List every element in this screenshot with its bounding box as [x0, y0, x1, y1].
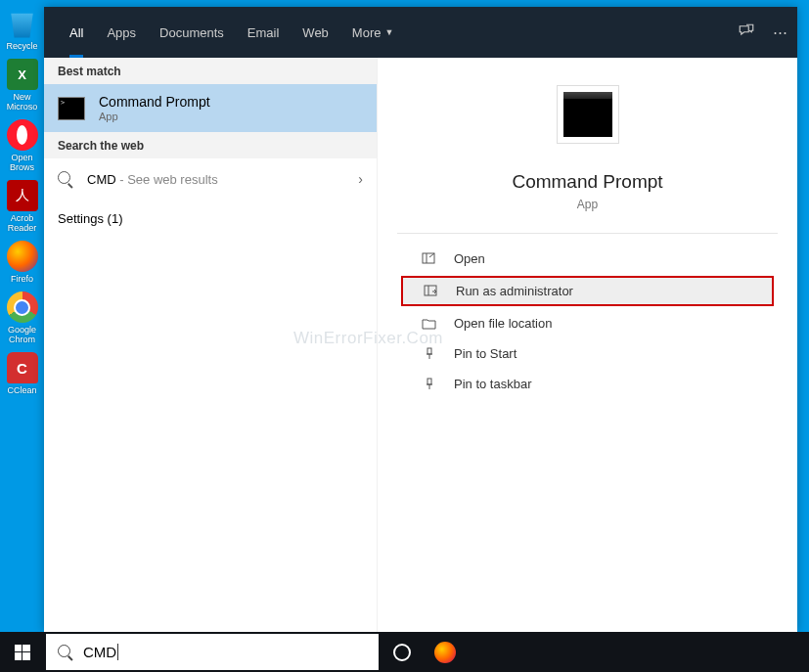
- desktop: Recycle New Microso Open Brows Acrob Rea…: [0, 0, 44, 632]
- result-title: Command Prompt: [99, 94, 210, 110]
- tab-apps[interactable]: Apps: [95, 7, 148, 58]
- search-value: CMD: [83, 644, 118, 660]
- adobe-icon: [7, 180, 38, 211]
- action-open[interactable]: Open: [397, 244, 778, 274]
- tab-more[interactable]: More▼: [340, 7, 406, 58]
- action-run-as-administrator[interactable]: Run as administrator: [401, 276, 774, 306]
- tab-email[interactable]: Email: [236, 7, 292, 58]
- chevron-right-icon: ›: [358, 171, 363, 187]
- results-left-column: Best match Command Prompt App Search the…: [44, 58, 378, 632]
- pin-taskbar-icon: [421, 378, 438, 391]
- firefox-icon: [7, 241, 38, 272]
- firefox-icon: [434, 642, 456, 663]
- section-best-match: Best match: [44, 58, 377, 84]
- admin-icon: [423, 285, 440, 298]
- tab-documents[interactable]: Documents: [148, 7, 236, 58]
- excel-icon: [7, 59, 38, 90]
- pin-start-icon: [421, 347, 438, 361]
- tab-label: Web: [302, 25, 329, 40]
- web-result-query: CMD: [87, 172, 116, 187]
- cmd-icon: [58, 97, 85, 120]
- search-filter-tabs: All Apps Documents Email Web More▼ ⋯: [44, 7, 797, 58]
- more-options-icon[interactable]: ⋯: [773, 23, 787, 41]
- taskbar: CMD: [0, 632, 809, 672]
- desktop-icon-label: New Microso: [0, 92, 44, 112]
- cortana-button[interactable]: [381, 632, 424, 672]
- search-icon: [58, 645, 73, 660]
- section-search-web: Search the web: [44, 132, 377, 158]
- desktop-icon-opera[interactable]: Open Brows: [0, 119, 44, 172]
- svg-rect-1: [425, 286, 436, 295]
- action-label: Open: [454, 251, 485, 266]
- desktop-icon-acrobat[interactable]: Acrob Reader: [0, 180, 44, 233]
- recycle-bin-icon: [7, 8, 38, 39]
- windows-logo-icon: [15, 645, 30, 660]
- svg-rect-3: [427, 379, 431, 384]
- detail-subtitle: App: [577, 198, 598, 211]
- action-label: Pin to taskbar: [454, 377, 532, 391]
- svg-rect-2: [427, 348, 431, 354]
- tab-label: Documents: [159, 25, 224, 40]
- detail-title: Command Prompt: [512, 171, 662, 193]
- taskbar-search-input[interactable]: CMD: [46, 634, 379, 670]
- start-search-panel: All Apps Documents Email Web More▼ ⋯ Bes…: [44, 7, 797, 632]
- section-settings[interactable]: Settings (1): [44, 200, 377, 238]
- tab-label: More: [352, 25, 382, 40]
- search-icon: [58, 171, 73, 187]
- web-result-hint: - See web results: [116, 172, 218, 187]
- cortana-icon: [393, 644, 411, 661]
- action-label: Open file location: [454, 316, 552, 331]
- result-subtitle: App: [99, 111, 210, 122]
- feedback-icon[interactable]: [738, 22, 755, 43]
- desktop-icon-firefox[interactable]: Firefo: [0, 241, 44, 284]
- desktop-icon-excel[interactable]: New Microso: [0, 59, 44, 112]
- tab-web[interactable]: Web: [291, 7, 340, 58]
- action-pin-to-taskbar[interactable]: Pin to taskbar: [397, 369, 778, 399]
- desktop-icon-label: Firefo: [11, 274, 33, 284]
- chevron-down-icon: ▼: [384, 27, 393, 37]
- desktop-icon-label: CClean: [7, 385, 36, 395]
- folder-icon: [421, 317, 438, 331]
- desktop-icon-label: Open Brows: [0, 153, 44, 172]
- action-open-file-location[interactable]: Open file location: [397, 308, 778, 338]
- cmd-large-icon: [557, 85, 619, 144]
- tab-label: Email: [247, 25, 280, 40]
- result-command-prompt[interactable]: Command Prompt App: [44, 84, 377, 132]
- open-icon: [421, 252, 438, 266]
- opera-icon: [7, 119, 38, 151]
- start-button[interactable]: [0, 632, 44, 672]
- desktop-icon-chrome[interactable]: Google Chrom: [0, 291, 44, 344]
- action-label: Run as administrator: [456, 284, 573, 298]
- action-label: Pin to Start: [454, 346, 517, 361]
- chrome-icon: [7, 291, 38, 323]
- taskbar-firefox[interactable]: [424, 632, 467, 672]
- tab-all[interactable]: All: [58, 7, 95, 58]
- action-pin-to-start[interactable]: Pin to Start: [397, 338, 778, 369]
- desktop-icon-recycle[interactable]: Recycle: [0, 8, 44, 51]
- desktop-icon-ccleaner[interactable]: CClean: [0, 352, 44, 395]
- desktop-icon-label: Recycle: [6, 41, 37, 51]
- web-result-cmd[interactable]: CMD - See web results ›: [44, 158, 377, 200]
- ccleaner-icon: [7, 352, 38, 383]
- desktop-icon-label: Acrob Reader: [0, 213, 44, 233]
- result-detail-pane: Command Prompt App Open Run as administr…: [378, 58, 797, 632]
- desktop-icon-label: Google Chrom: [0, 325, 44, 344]
- tab-label: Apps: [107, 25, 136, 40]
- tab-label: All: [69, 25, 83, 40]
